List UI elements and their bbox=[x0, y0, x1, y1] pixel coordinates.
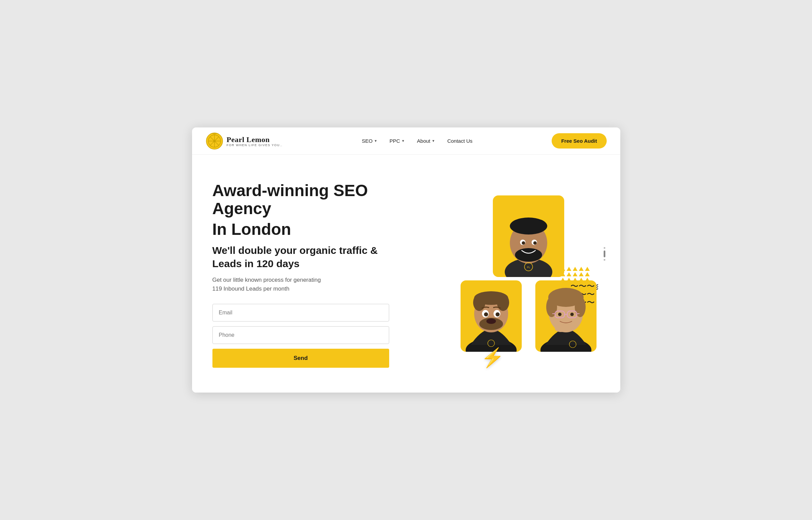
lightning-bolt-icon: ⚡ bbox=[481, 347, 504, 369]
svg-point-15 bbox=[533, 241, 537, 245]
logo-tagline: FOR WHEN LIFE GIVES YOU.. bbox=[227, 143, 283, 147]
logo-brand-name: Pearl Lemon bbox=[227, 135, 283, 144]
send-button[interactable]: Send bbox=[212, 349, 389, 368]
navbar: Pearl Lemon FOR WHEN LIFE GIVES YOU.. SE… bbox=[192, 127, 620, 155]
svg-point-28 bbox=[496, 312, 500, 316]
logo-text-group: Pearl Lemon FOR WHEN LIFE GIVES YOU.. bbox=[227, 135, 283, 147]
person3-avatar bbox=[535, 284, 597, 352]
chevron-down-icon-about: ▼ bbox=[432, 139, 435, 143]
svg-point-29 bbox=[486, 318, 496, 324]
nav-links: SEO ▼ PPC ▼ About ▼ Contact Us bbox=[362, 138, 472, 144]
svg-point-22 bbox=[473, 294, 485, 311]
scroll-dot-1 bbox=[604, 247, 605, 249]
chevron-down-icon-seo: ▼ bbox=[374, 139, 377, 143]
person1-avatar: PL bbox=[500, 192, 557, 277]
triangles-decoration bbox=[560, 267, 590, 282]
nav-item-ppc[interactable]: PPC ▼ bbox=[390, 138, 405, 144]
scroll-indicator bbox=[604, 247, 605, 261]
hero-description: Get our little known process for generat… bbox=[212, 276, 403, 293]
hero-title-line1: Award-winning SEO Agency bbox=[212, 182, 403, 218]
nav-label-ppc: PPC bbox=[390, 138, 400, 144]
logo-icon bbox=[206, 132, 223, 150]
nav-item-about[interactable]: About ▼ bbox=[417, 138, 435, 144]
svg-point-6 bbox=[213, 140, 216, 142]
nav-item-seo[interactable]: SEO ▼ bbox=[362, 138, 377, 144]
scroll-dot-2 bbox=[604, 250, 605, 257]
person2-avatar bbox=[461, 284, 522, 352]
svg-point-43 bbox=[570, 313, 574, 316]
nav-label-about: About bbox=[417, 138, 430, 144]
phone-input[interactable] bbox=[212, 326, 389, 344]
email-input[interactable] bbox=[212, 304, 389, 322]
hero-desc-line1: Get our little known process for generat… bbox=[212, 277, 321, 283]
hero-subtitle: We'll double your organic traffic & Lead… bbox=[212, 244, 403, 270]
svg-text:PL: PL bbox=[527, 266, 530, 268]
svg-point-10 bbox=[510, 218, 547, 235]
browser-window: Pearl Lemon FOR WHEN LIFE GIVES YOU.. SE… bbox=[192, 127, 620, 393]
hero-left-content: Award-winning SEO Agency In London We'll… bbox=[212, 175, 403, 368]
nav-label-seo: SEO bbox=[362, 138, 373, 144]
chevron-down-icon-ppc: ▼ bbox=[401, 139, 405, 143]
scroll-dot-3 bbox=[604, 259, 605, 261]
hero-title-line2: In London bbox=[212, 221, 403, 239]
team-photo-3: 〜〜〜〜〜〜〜〜〜 bbox=[535, 280, 597, 352]
svg-point-14 bbox=[522, 241, 525, 245]
svg-point-11 bbox=[515, 248, 542, 262]
svg-point-44 bbox=[555, 324, 567, 332]
logo-area[interactable]: Pearl Lemon FOR WHEN LIFE GIVES YOU.. bbox=[206, 132, 283, 150]
lead-form: Send bbox=[212, 304, 403, 368]
team-photo-1: PL bbox=[493, 175, 564, 277]
hero-team-photos: PL ≋≋ bbox=[457, 175, 600, 372]
nav-label-contact: Contact Us bbox=[447, 138, 472, 144]
svg-point-23 bbox=[497, 294, 509, 311]
free-seo-audit-button[interactable]: Free Seo Audit bbox=[552, 133, 606, 149]
hero-section: Award-winning SEO Agency In London We'll… bbox=[192, 155, 620, 393]
svg-point-27 bbox=[484, 312, 488, 316]
nav-item-contact[interactable]: Contact Us bbox=[447, 138, 472, 144]
hero-desc-line2: 119 Inbound Leads per month bbox=[212, 285, 290, 292]
team-photo-2: ⚡ bbox=[461, 280, 522, 352]
svg-point-42 bbox=[558, 313, 562, 316]
